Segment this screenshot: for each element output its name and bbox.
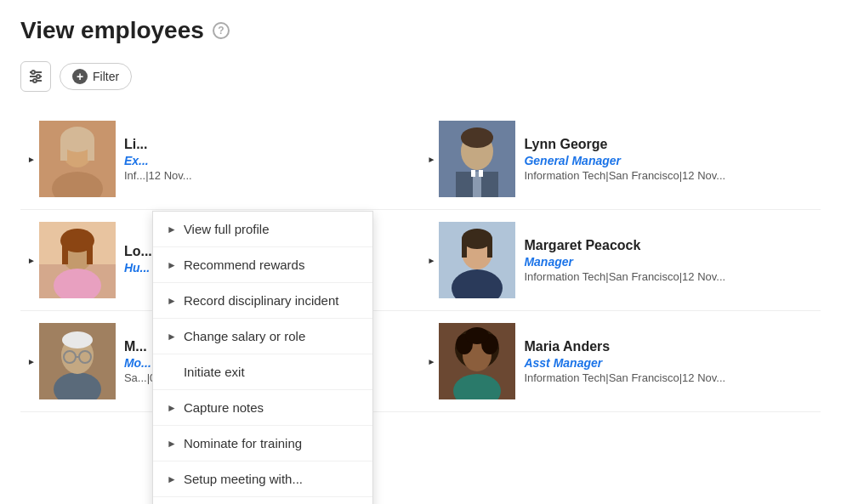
menu-item-assign-task[interactable]: ► Assign task to... <box>153 497 372 504</box>
employee-details-maria: Information Tech|San Francisco|12 Nov... <box>524 371 814 384</box>
card-chevron-maria: ► <box>428 357 436 366</box>
help-icon[interactable]: ? <box>213 22 230 39</box>
menu-item-view-full-profile[interactable]: ► View full profile <box>153 212 372 247</box>
menu-chevron-change-salary-role: ► <box>167 331 177 343</box>
filter-label: Filter <box>93 70 119 83</box>
employee-role-maria: Asst Manager <box>524 356 814 370</box>
svg-rect-10 <box>60 139 67 161</box>
menu-item-capture-notes[interactable]: ► Capture notes <box>153 390 372 426</box>
svg-rect-23 <box>62 241 68 264</box>
employee-card-margaret[interactable]: ► Margaret Peacock Manager Information <box>421 210 821 311</box>
employee-name-lynn: Lynn George <box>524 137 814 152</box>
menu-label-change-salary-role: Change salary or role <box>184 329 305 343</box>
page-header: View employees ? <box>20 17 821 44</box>
menu-chevron-recommend-rewards: ► <box>167 259 177 271</box>
card-chevron-margaret: ► <box>428 256 436 265</box>
svg-point-35 <box>62 331 93 348</box>
page-container: View employees ? + Filter ► <box>0 0 841 429</box>
menu-label-capture-notes: Capture notes <box>184 400 264 415</box>
employees-grid: ► Li... Ex... Inf...|12 Nov... <box>20 109 821 412</box>
menu-label-record-disciplinary: Record disciplinary incident <box>184 293 339 308</box>
avatar-lynn <box>439 121 515 197</box>
employee-name-maria: Maria Anders <box>524 339 814 354</box>
svg-point-45 <box>465 327 489 344</box>
card-chevron-lynn: ► <box>428 155 436 164</box>
employee-info-1: Li... Ex... Inf...|12 Nov... <box>124 137 414 182</box>
sliders-icon <box>28 69 43 84</box>
svg-point-5 <box>33 79 37 82</box>
avatar-m <box>39 323 116 399</box>
menu-item-recommend-rewards[interactable]: ► Recommend rewards <box>153 247 372 283</box>
svg-rect-30 <box>462 239 467 258</box>
menu-item-record-disciplinary[interactable]: ► Record disciplinary incident <box>153 283 372 319</box>
employee-details-1: Inf...|12 Nov... <box>124 169 414 182</box>
svg-rect-18 <box>479 170 483 177</box>
employee-details-margaret: Information Tech|San Francisco|12 Nov... <box>524 270 814 283</box>
menu-chevron-nominate-training: ► <box>167 438 177 450</box>
svg-rect-17 <box>471 170 475 177</box>
avatar-margaret <box>439 222 515 298</box>
menu-item-change-salary-role[interactable]: ► Change salary or role <box>153 319 372 354</box>
svg-point-1 <box>31 71 35 74</box>
menu-chevron-record-disciplinary: ► <box>167 295 177 307</box>
avatar-1 <box>39 121 116 197</box>
employee-info-lynn: Lynn George General Manager Information … <box>524 137 814 182</box>
svg-point-3 <box>37 75 40 78</box>
context-menu: ► View full profile ► Recommend rewards … <box>152 211 373 504</box>
employee-name-1: Li... <box>124 137 414 152</box>
page-title: View employees <box>20 17 204 44</box>
menu-label-view-full-profile: View full profile <box>184 222 270 236</box>
menu-label-setup-meeting: Setup meeting with... <box>184 472 303 486</box>
menu-item-setup-meeting[interactable]: ► Setup meeting with... <box>153 462 372 497</box>
menu-label-initiate-exit: Initiate exit <box>184 365 245 379</box>
menu-chevron-view-full-profile: ► <box>167 224 177 235</box>
employee-role-margaret: Manager <box>524 255 814 269</box>
avatar-lo <box>39 222 116 298</box>
toolbar: + Filter <box>20 61 821 92</box>
menu-chevron-setup-meeting: ► <box>167 473 177 485</box>
employee-card-lynn[interactable]: ► Lynn George <box>421 109 821 210</box>
filter-sliders-button[interactable] <box>20 61 51 92</box>
avatar-maria <box>439 323 515 399</box>
menu-item-initiate-exit[interactable]: ► Initiate exit <box>153 354 372 390</box>
menu-label-nominate-training: Nominate for training <box>184 436 302 450</box>
filter-button[interactable]: + Filter <box>60 63 132 90</box>
employee-info-margaret: Margaret Peacock Manager Information Tec… <box>524 238 814 283</box>
card-chevron-m: ► <box>27 357 36 366</box>
employee-info-maria: Maria Anders Asst Manager Information Te… <box>524 339 814 384</box>
menu-label-recommend-rewards: Recommend rewards <box>184 258 305 272</box>
employee-card-1[interactable]: ► Li... Ex... Inf...|12 Nov... <box>20 109 421 210</box>
filter-plus-icon: + <box>72 69 88 84</box>
card-chevron-1: ► <box>27 155 36 164</box>
svg-rect-11 <box>88 139 94 161</box>
employee-details-lynn: Information Tech|San Francisco|12 Nov... <box>524 169 814 182</box>
employee-role-1: Ex... <box>124 154 414 167</box>
menu-item-nominate-training[interactable]: ► Nominate for training <box>153 426 372 462</box>
svg-rect-31 <box>487 239 492 258</box>
employee-role-lynn: General Manager <box>524 154 814 167</box>
svg-rect-24 <box>87 241 93 264</box>
menu-chevron-capture-notes: ► <box>167 402 177 414</box>
card-chevron-lo: ► <box>27 256 36 265</box>
svg-point-16 <box>461 127 493 148</box>
employee-card-maria[interactable]: ► Maria Anders Asst Mana <box>421 311 821 412</box>
employee-name-margaret: Margaret Peacock <box>524 238 814 253</box>
